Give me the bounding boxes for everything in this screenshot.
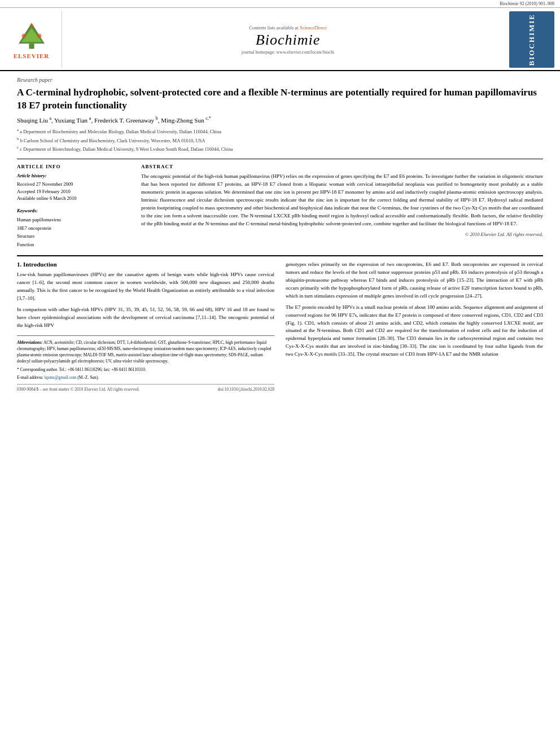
right-col-abstract: ABSTRACT The oncogenic potential of the …: [141, 164, 543, 248]
svg-point-3: [21, 34, 25, 38]
divider-top: [17, 159, 543, 159]
keyword-3: Structure: [17, 232, 130, 240]
keyword-1: Human papillomavirus: [17, 216, 130, 224]
affiliation-b: b b Carlson School of Chemistry and Bioc…: [17, 136, 543, 145]
author-frederick: Frederick T. Greenaway b,: [94, 117, 161, 124]
left-col-article-info: ARTICLE INFO Article history: Received 2…: [17, 164, 130, 248]
affiliation-c: c c Department of Biotechnology, Dalian …: [17, 145, 543, 153]
body-right: genotypes relies primarily on the expres…: [286, 261, 543, 394]
elsevier-text: ELSEVIER: [14, 53, 50, 59]
abbreviations: Abbreviations: ACN, acetonitrile; CD, ci…: [17, 339, 274, 365]
author-yuxiang: Yuxiang Tian a,: [54, 117, 94, 124]
doi-text: Biochimie 92 (2010) 901–908: [500, 1, 554, 6]
journal-homepage: journal homepage: www.elsevier.com/locat…: [242, 50, 334, 55]
sciencedirect-line: Contents lists available at ScienceDirec…: [249, 24, 326, 30]
right-col-text: genotypes relies primarily on the expres…: [286, 261, 543, 359]
abstract-heading: ABSTRACT: [141, 164, 543, 169]
elsevier-tree-icon: [12, 20, 51, 51]
affiliations: a a Department of Biochemistry and Molec…: [17, 127, 543, 153]
journal-header: ELSEVIER Contents lists available at Sci…: [0, 8, 560, 71]
intro-title-text: Introduction: [23, 261, 57, 268]
right-para2: The E7 protein encoded by HPVs is a smal…: [286, 304, 543, 359]
email-line: E-mail address: lqsmz@gmail.com (M.-Z. S…: [17, 374, 274, 381]
sciencedirect-link[interactable]: ScienceDirect: [300, 25, 327, 30]
journal-name: Biochimie: [256, 32, 320, 49]
footnotes-section: Abbreviations: ACN, acetonitrile; CD, ci…: [17, 335, 274, 381]
history-label: Article history:: [17, 173, 130, 178]
abstract-text: The oncogenic potential of the high-risk…: [141, 173, 543, 228]
article-info-heading: ARTICLE INFO: [17, 164, 130, 169]
author-shuqing: Shuqing Liu a,: [17, 117, 54, 124]
article-title: A C-terminal hydrophobic, solvent-protec…: [17, 86, 543, 111]
svg-rect-0: [29, 43, 34, 49]
intro-para2: In comparison with other high-risk HPVs …: [17, 306, 274, 330]
keywords-label: Keywords:: [17, 208, 130, 213]
article-content: Research paper A C-terminal hydrophobic,…: [0, 71, 560, 400]
accepted-date: Accepted 19 February 2010: [17, 188, 130, 195]
svg-point-5: [30, 24, 33, 27]
page-wrapper: Biochimie 92 (2010) 901–908 ELSEVIER Con…: [0, 0, 560, 400]
body-divider: [17, 255, 543, 256]
received-date: Received 27 November 2009: [17, 181, 130, 188]
body-left: 1. Introduction Low-risk human papilloma…: [17, 261, 274, 394]
doi-bar: Biochimie 92 (2010) 901–908: [0, 0, 560, 8]
intro-text: Low-risk human papillomaviruses (HPVs) a…: [17, 271, 274, 330]
journal-center: Contents lists available at ScienceDirec…: [67, 11, 509, 68]
bottom-bar: 0300-9084/$ – see front matter © 2010 El…: [17, 384, 274, 394]
email-address[interactable]: lqsmz@gmail.com: [45, 375, 77, 380]
doi-line: doi:10.1016/j.biochi.2010.02.028: [218, 387, 274, 392]
keywords-list: Human papillomavirus 18E7 oncoprotein St…: [17, 216, 130, 248]
available-date: Available online 6 March 2010: [17, 195, 130, 202]
issn-line: 0300-9084/$ – see front matter © 2010 El…: [17, 387, 139, 392]
biochimie-logo: BIOCHIMIE: [509, 11, 554, 68]
intro-title: 1. Introduction: [17, 261, 274, 268]
right-para1: genotypes relies primarily on the expres…: [286, 261, 543, 300]
svg-point-4: [37, 34, 41, 38]
research-paper-label: Research paper: [17, 77, 543, 83]
keyword-2: 18E7 oncoprotein: [17, 224, 130, 232]
affiliation-a: a a Department of Biochemistry and Molec…: [17, 127, 543, 136]
authors: Shuqing Liu a, Yuxiang Tian a, Frederick…: [17, 116, 543, 124]
corresponding-author: * Corresponding author. Tel.: +86 0411 8…: [17, 366, 274, 373]
body-content: 1. Introduction Low-risk human papilloma…: [17, 261, 543, 394]
intro-para1: Low-risk human papillomaviruses (HPVs) a…: [17, 271, 274, 303]
keyword-4: Function: [17, 241, 130, 248]
copyright-line: © 2010 Elsevier Ltd. All rights reserved…: [141, 231, 543, 237]
footnotes-text: Abbreviations: ACN, acetonitrile; CD, ci…: [17, 339, 274, 381]
article-info-abstract: ARTICLE INFO Article history: Received 2…: [17, 164, 543, 248]
elsevier-logo: ELSEVIER: [6, 11, 62, 68]
author-mingzhong: Ming-Zhong Sun c,*: [161, 117, 211, 124]
biochimie-logo-text: BIOCHIMIE: [527, 14, 536, 65]
